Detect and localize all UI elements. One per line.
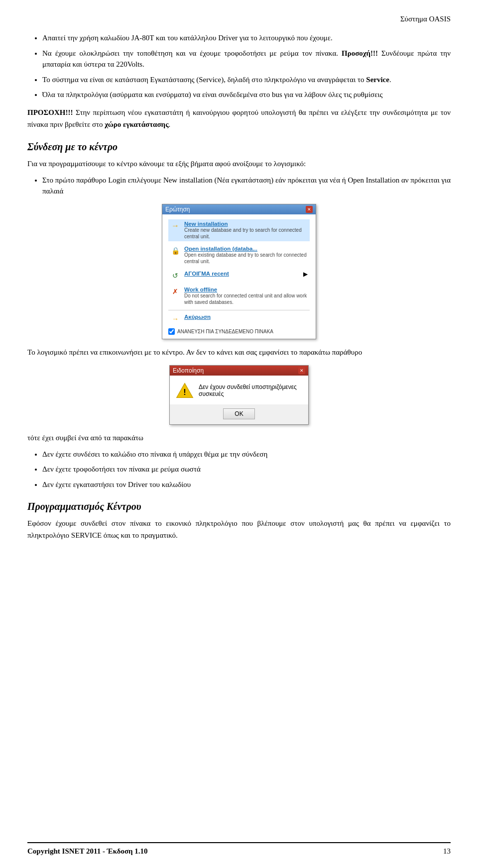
dialog-option-cancel[interactable]: → Ακύρωση xyxy=(168,312,310,325)
dialog-option-recent[interactable]: ↺ ΑΓΟΙΓΜΑ recent ▶ xyxy=(168,269,310,282)
dialog-checkbox-row: ΑΝΑΝΕΥΣΗ ΠΙΑ ΣΥΝΔΕΔΕΜΕΝΟ ΠΙΝΑΚΑ xyxy=(168,328,310,335)
prosoxi-text: Στην περίπτωση νέου εγκαταστάτη ή καινού… xyxy=(27,108,451,128)
footer-page-number: 13 xyxy=(443,847,451,856)
prosoxi-block: ΠΡΟΣΟΧΗ!!! Στην περίπτωση νέου εγκαταστά… xyxy=(27,106,451,130)
list-item: Απαιτεί την χρήση καλωδίου JA-80T και το… xyxy=(42,32,451,44)
ok-button[interactable]: OK xyxy=(223,408,254,419)
page: Σύστημα OASIS Απαιτεί την χρήση καλωδίου… xyxy=(0,0,478,868)
new-install-icon: → xyxy=(170,221,180,231)
open-install-title: Open installation (databa... xyxy=(184,246,308,252)
list-item-syndesi: Στο πρώτο παράθυρο Login επιλέγουμε New … xyxy=(42,175,451,197)
programmmatismos-paragraph: Εφόσον έχουμε συνδεθεί στον πίνακα το ει… xyxy=(27,517,451,541)
list-item: Το σύστημα να είναι σε κατάσταση Εγκατάσ… xyxy=(42,74,451,86)
warning-icon: ! xyxy=(176,382,194,399)
recent-title: ΑΓΟΙΓΜΑ recent xyxy=(184,271,303,277)
open-install-text: Open installation (databa... Open existi… xyxy=(184,246,308,265)
open-install-desc: Open existing database and try to search… xyxy=(184,252,308,265)
dialog-checkbox[interactable] xyxy=(168,328,175,335)
dialog-option-new-install[interactable]: → New installation Create new database a… xyxy=(168,219,310,241)
offline-icon: ✗ xyxy=(170,287,180,296)
notif-titlebar-btns: ✕ xyxy=(298,367,305,374)
notif-message: Δεν έχουν συνδεθεί υποστηριζόμενες συσκε… xyxy=(199,382,302,397)
dialog-close-btn[interactable]: ✕ xyxy=(306,206,313,213)
cancel-icon: → xyxy=(170,314,180,324)
offline-title: Work offline xyxy=(184,287,308,292)
dialog-erotisi-container: Ερώτηση ✕ → New installation Create new … xyxy=(27,204,451,339)
choros-bold: χώρο εγκατάστασης xyxy=(105,120,168,128)
list-item: Όλα τα πληκτρολόγια (ασύρματα και ενσύρμ… xyxy=(42,89,451,100)
footer-copyright: Copyright ISNET 2011 - Έκδοση 1.10 xyxy=(27,847,148,856)
service-bold: Service xyxy=(366,76,389,84)
syndesi-paragraph1: Για να προγραμματίσουμε το κέντρο κάνουμ… xyxy=(27,158,451,170)
new-install-text: New installation Create new database and… xyxy=(184,221,308,240)
dialog-eidopoiisi: Ειδοποίηση ✕ ! Δεν έχουν συνδεθεί υποστη… xyxy=(169,365,309,425)
cancel-text: Ακύρωση xyxy=(184,314,308,320)
top-bullet-list: Απαιτεί την χρήση καλωδίου JA-80T και το… xyxy=(42,32,451,100)
bullet-text-3: Το σύστημα να είναι σε κατάσταση Εγκατάσ… xyxy=(42,76,391,84)
section-heading-syndesi: Σύνδεση με το κέντρο xyxy=(27,141,451,153)
notif-body: ! Δεν έχουν συνδεθεί υποστηριζόμενες συσ… xyxy=(170,376,308,404)
content-area: Απαιτεί την χρήση καλωδίου JA-80T και το… xyxy=(27,32,451,541)
recent-text: ΑΓΟΙΓΜΑ recent xyxy=(184,271,303,277)
notif-close-btn[interactable]: ✕ xyxy=(298,367,305,374)
offline-desc: Do not search for connected central unit… xyxy=(184,292,308,305)
svg-text:!: ! xyxy=(183,387,186,396)
dialog-checkbox-label: ΑΝΑΝΕΥΣΗ ΠΙΑ ΣΥΝΔΕΔΕΜΕΝΟ ΠΙΝΑΚΑ xyxy=(177,329,273,334)
list-item-notif-1: Δεν έχετε συνδέσει το καλώδιο στο πίνακα… xyxy=(42,449,451,460)
section-heading-programmmatismos: Προγραμματισμός Κέντρου xyxy=(27,501,451,512)
paragraph-after-dialog: Το λογισμικό πρέπει να επικοινωνήσει με … xyxy=(27,346,451,358)
notif-footer: OK xyxy=(170,404,308,424)
dialog-option-open-install[interactable]: 🔒 Open installation (databa... Open exis… xyxy=(168,244,310,266)
notif-bullet-list: Δεν έχετε συνδέσει το καλώδιο στο πίνακα… xyxy=(42,449,451,490)
dialog-separator xyxy=(168,310,310,310)
notif-title: Ειδοποίηση xyxy=(173,367,204,374)
prosoxi-inline: Προσοχή!!! xyxy=(342,49,378,57)
dialog-erotisi: Ερώτηση ✕ → New installation Create new … xyxy=(162,204,316,339)
bullet-text-2a: Να έχουμε ολοκληρώσει την τοποθέτηση και… xyxy=(42,49,451,69)
paragraph-after-notif: τότε έχει συμβεί ένα από τα παρακάτω xyxy=(27,432,451,444)
open-install-icon: 🔒 xyxy=(170,246,180,256)
dialog-option-offline[interactable]: ✗ Work offline Do not search for connect… xyxy=(168,285,310,307)
list-item-notif-2: Δεν έχετε τροφοδοτήσει τον πίνακα με ρεύ… xyxy=(42,464,451,475)
new-install-title: New installation xyxy=(184,221,308,227)
offline-text: Work offline Do not search for connected… xyxy=(184,287,308,305)
prosoxi-text-end: . xyxy=(168,120,170,128)
notif-titlebar: Ειδοποίηση ✕ xyxy=(170,366,308,376)
dialog-erotisi-title: Ερώτηση xyxy=(165,206,190,213)
prosoxi-label: ΠΡΟΣΟΧΗ!!! xyxy=(27,108,73,116)
list-item-notif-3: Δεν έχετε εγκαταστήσει τον Driver του κα… xyxy=(42,479,451,490)
recent-arrow: ▶ xyxy=(303,271,308,278)
new-install-desc: Create new database and try to search fo… xyxy=(184,227,308,240)
dialog-titlebar-btns: ✕ xyxy=(306,206,313,213)
dialog-erotisi-body: → New installation Create new database a… xyxy=(162,214,316,339)
dialog-eidopoiisi-container: Ειδοποίηση ✕ ! Δεν έχουν συνδεθεί υποστη… xyxy=(27,365,451,425)
page-header-title: Σύστημα OASIS xyxy=(27,15,451,23)
footer: Copyright ISNET 2011 - Έκδοση 1.10 13 xyxy=(27,842,451,856)
recent-icon: ↺ xyxy=(170,271,180,281)
list-item: Να έχουμε ολοκληρώσει την τοποθέτηση και… xyxy=(42,48,451,70)
syndesi-bullet-list: Στο πρώτο παράθυρο Login επιλέγουμε New … xyxy=(42,175,451,197)
dialog-erotisi-titlebar: Ερώτηση ✕ xyxy=(162,204,316,214)
cancel-title: Ακύρωση xyxy=(184,314,308,320)
